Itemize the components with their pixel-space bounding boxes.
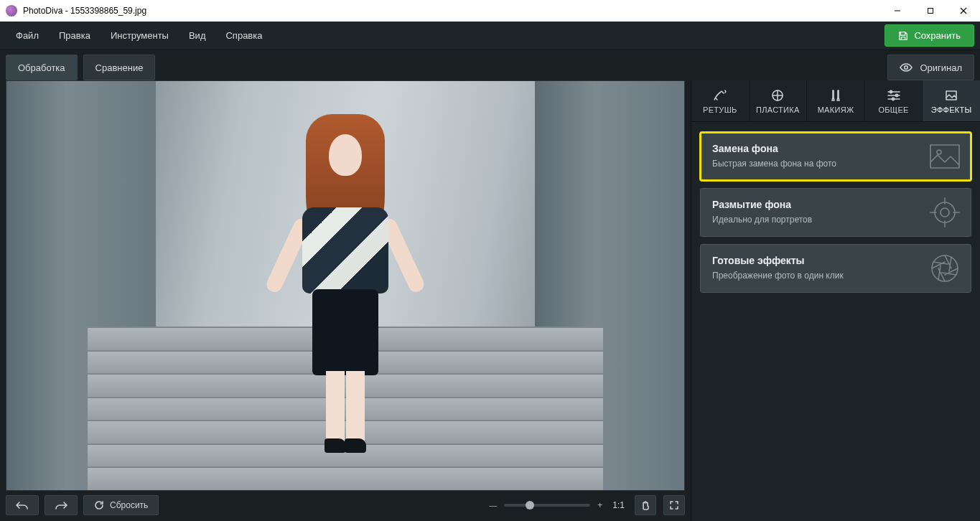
panel-tabs: РЕТУШЬ ПЛАСТИКА МАКИЯЖ ОБЩЕЕ ЭФФЕКТЫ	[691, 80, 980, 122]
panel-tab-label: ЭФФЕКТЫ	[931, 105, 972, 114]
menu-view[interactable]: Вид	[179, 26, 216, 45]
svg-point-15	[941, 208, 949, 217]
svg-point-13	[937, 150, 941, 154]
fullscreen-button[interactable]	[663, 495, 685, 515]
panel-tab-makeup[interactable]: МАКИЯЖ	[807, 80, 865, 121]
panel-tab-label: МАКИЯЖ	[818, 105, 854, 114]
eye-icon	[900, 63, 913, 72]
window-close-button[interactable]	[947, 0, 980, 22]
card-subtitle: Преображение фото в один клик	[712, 271, 959, 281]
zoom-slider[interactable]	[504, 504, 590, 507]
svg-rect-1	[928, 9, 933, 14]
card-title: Готовые эффекты	[712, 255, 959, 266]
menu-tools[interactable]: Инструменты	[101, 26, 179, 45]
canvas-bottom-bar: Сбросить — + 1:1	[6, 491, 685, 515]
window-title: PhotoDiva - 1553398865_59.jpg	[23, 6, 881, 16]
menu-help[interactable]: Справка	[215, 26, 272, 45]
image-canvas[interactable]	[6, 80, 685, 491]
panel-tab-effects[interactable]: ЭФФЕКТЫ	[923, 80, 980, 121]
save-button[interactable]: Сохранить	[885, 24, 974, 47]
retouch-icon	[712, 88, 728, 103]
card-preset-effects[interactable]: Готовые эффекты Преображение фото в один…	[700, 244, 971, 293]
panel-tab-label: РЕТУШЬ	[703, 105, 737, 114]
menu-edit[interactable]: Правка	[49, 26, 101, 45]
plastic-icon	[770, 88, 785, 103]
card-subtitle: Идеально для портретов	[712, 215, 959, 225]
svg-rect-12	[930, 145, 959, 168]
panel-tab-retouch[interactable]: РЕТУШЬ	[691, 80, 750, 121]
effects-cards: Замена фона Быстрая замена фона на фото …	[691, 122, 980, 303]
redo-button[interactable]	[45, 495, 78, 515]
menu-bar: Файл Правка Инструменты Вид Справка Сохр…	[0, 22, 980, 50]
card-subtitle: Быстрая замена фона на фото	[712, 159, 959, 169]
panel-tab-label: ОБЩЕЕ	[878, 105, 908, 114]
photo-content	[6, 81, 684, 490]
reset-button[interactable]: Сбросить	[83, 495, 159, 515]
original-label: Оригинал	[920, 62, 962, 73]
reset-label: Сбросить	[110, 500, 148, 510]
window-titlebar: PhotoDiva - 1553398865_59.jpg	[0, 0, 980, 22]
window-minimize-button[interactable]	[881, 0, 914, 22]
card-background-blur[interactable]: Размытие фона Идеально для портретов	[700, 188, 971, 237]
save-button-label: Сохранить	[914, 30, 961, 41]
effects-icon	[943, 88, 959, 103]
hand-icon	[640, 500, 650, 510]
sliders-icon	[886, 88, 902, 103]
zoom-slider-thumb[interactable]	[526, 501, 534, 510]
app-logo-icon	[6, 5, 17, 17]
svg-point-20	[932, 255, 958, 281]
svg-point-4	[905, 66, 908, 70]
card-title: Размытие фона	[712, 199, 959, 210]
fullscreen-icon	[669, 500, 679, 510]
background-replace-icon	[928, 139, 962, 174]
view-toolbar: Обработка Сравнение Оригинал	[0, 50, 980, 80]
card-title: Замена фона	[712, 143, 959, 154]
panel-tab-general[interactable]: ОБЩЕЕ	[865, 80, 923, 121]
aperture-icon	[928, 251, 962, 286]
svg-point-14	[935, 202, 955, 222]
panel-tab-label: ПЛАСТИКА	[756, 105, 800, 114]
makeup-icon	[828, 88, 844, 103]
right-panel: РЕТУШЬ ПЛАСТИКА МАКИЯЖ ОБЩЕЕ ЭФФЕКТЫ Зам…	[691, 80, 980, 521]
original-toggle-button[interactable]: Оригинал	[887, 55, 974, 80]
blur-icon	[928, 195, 962, 230]
redo-icon	[54, 500, 68, 510]
zoom-plus-icon: +	[597, 500, 602, 510]
zoom-min-icon: —	[489, 501, 497, 510]
tab-edit-label: Обработка	[18, 62, 65, 73]
window-maximize-button[interactable]	[914, 0, 947, 22]
panel-tab-plastic[interactable]: ПЛАСТИКА	[750, 80, 808, 121]
save-icon	[898, 31, 908, 41]
undo-button[interactable]	[6, 495, 39, 515]
undo-icon	[15, 500, 29, 510]
zoom-ratio[interactable]: 1:1	[610, 500, 627, 510]
hand-tool-button[interactable]	[635, 495, 656, 515]
reset-icon	[94, 500, 104, 510]
tab-edit[interactable]: Обработка	[6, 55, 78, 80]
tab-compare[interactable]: Сравнение	[83, 55, 156, 80]
card-background-replace[interactable]: Замена фона Быстрая замена фона на фото	[700, 132, 971, 181]
tab-compare-label: Сравнение	[95, 62, 144, 73]
menu-file[interactable]: Файл	[6, 26, 49, 45]
